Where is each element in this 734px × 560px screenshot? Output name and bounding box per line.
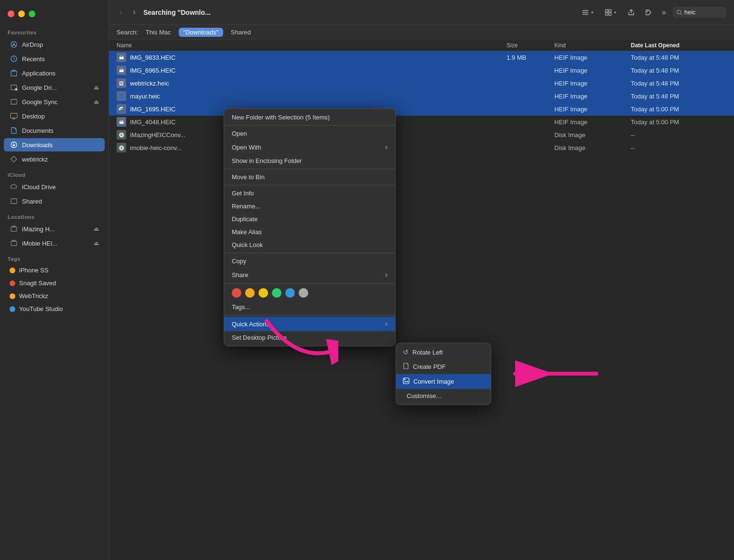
submenu-rotate-label: Rotate Left (412, 349, 443, 356)
svg-rect-13 (605, 13, 608, 15)
ctx-rename[interactable]: Rename... (224, 200, 395, 213)
icloud-label: iCloud (0, 166, 108, 180)
table-row[interactable]: 💿 imobie-heic-conv... Disk Image -- (109, 141, 734, 154)
sidebar-item-imazing[interactable]: iMazing H... ⏏ (4, 222, 105, 236)
imobie-eject-icon[interactable]: ⏏ (94, 240, 99, 247)
imobie-icon (10, 239, 18, 248)
ctx-duplicate[interactable]: Duplicate (224, 213, 395, 226)
google-drive-icon (10, 83, 18, 92)
file-date: Today at 5:48 PM (631, 80, 726, 87)
minimize-button[interactable] (18, 11, 25, 17)
col-name[interactable]: Name (117, 42, 507, 49)
google-drive-eject[interactable]: ⏏ (94, 84, 99, 91)
tag-color-yellow[interactable] (259, 288, 268, 298)
ctx-new-folder[interactable]: New Folder with Selection (5 Items) (224, 111, 395, 124)
table-row[interactable]: 🏔 IMG_9833.HEIC 1.9 MB HEIF Image Today … (109, 51, 734, 64)
favourites-label: Favourites (0, 24, 108, 37)
context-menu: New Folder with Selection (5 Items) Open… (224, 108, 396, 346)
tag-color-blue[interactable] (285, 288, 295, 298)
ctx-share[interactable]: Share (224, 268, 395, 282)
sidebar-tag-iphone-ss[interactable]: iPhone SS (4, 264, 105, 276)
table-row[interactable]: 👤 mayur.heic HEIF Image Today at 5:48 PM (109, 90, 734, 103)
ctx-copy[interactable]: Copy (224, 255, 395, 268)
close-button[interactable] (8, 11, 14, 17)
file-thumbnail: 💿 (117, 143, 126, 152)
list-view-button[interactable] (579, 7, 598, 18)
file-thumbnail: 🖼 (117, 78, 126, 88)
scope-shared[interactable]: Shared (227, 28, 255, 37)
sidebar-item-airdrop[interactable]: AirDrop (4, 38, 105, 51)
back-button[interactable]: ‹ (117, 5, 125, 19)
tag-dot-snagit (10, 280, 15, 286)
google-sync-eject[interactable]: ⏏ (94, 98, 99, 105)
ctx-quick-look[interactable]: Quick Look (224, 238, 395, 251)
fullscreen-button[interactable] (29, 11, 35, 17)
sidebar-item-shared[interactable]: Shared (4, 194, 105, 208)
tags-label: Tags (0, 250, 108, 264)
sidebar-item-downloads[interactable]: Downloads (4, 138, 105, 151)
table-row[interactable]: 🖼 webtrickz.heic HEIF Image Today at 5:4… (109, 77, 734, 90)
sidebar-item-applications[interactable]: Applications (4, 66, 105, 80)
submenu-create-pdf[interactable]: Create PDF (396, 359, 491, 374)
col-date[interactable]: Date Last Opened (631, 42, 726, 49)
ctx-quick-actions[interactable]: Quick Actions (224, 317, 395, 331)
sidebar-item-google-sync[interactable]: Google Sync ⏏ (4, 95, 105, 108)
locations-label: Locations (0, 208, 108, 222)
ctx-show-enclosing[interactable]: Show in Enclosing Folder (224, 154, 395, 167)
ctx-tags[interactable]: Tags... (224, 301, 395, 313)
imazing-eject-icon[interactable]: ⏏ (94, 226, 99, 232)
search-input[interactable] (684, 9, 723, 16)
tag-color-green[interactable] (272, 288, 281, 298)
scope-downloads[interactable]: "Downloads" (179, 28, 224, 37)
sidebar-item-downloads-label: Downloads (22, 141, 53, 149)
file-name: IMG_9833.HEIC (130, 54, 175, 61)
table-row[interactable]: 🏔 IMG_6965.HEIC HEIF Image Today at 5:48… (109, 64, 734, 77)
sidebar-item-shared-label: Shared (22, 198, 42, 205)
submenu-rotate-left[interactable]: ↺ Rotate Left (396, 345, 491, 359)
col-size[interactable]: Size (507, 42, 554, 49)
sidebar-item-webtrickz[interactable]: webtrickz (4, 152, 105, 166)
table-row[interactable]: 💿 iMazingHEICConv... Disk Image -- (109, 129, 734, 141)
col-kind[interactable]: Kind (554, 42, 631, 49)
tag-color-gray[interactable] (299, 288, 308, 298)
search-scope-bar: Search: This Mac "Downloads" Shared (109, 25, 734, 40)
share-button[interactable] (625, 7, 638, 18)
file-kind: Disk Image (554, 144, 631, 151)
file-kind: HEIF Image (554, 118, 631, 126)
table-row[interactable]: 🏔 IMG_4048.HEIC HEIF Image Today at 5:00… (109, 116, 734, 129)
sidebar-tag-webtrickz[interactable]: WebTrickz (4, 290, 105, 302)
scope-this-mac[interactable]: This Mac (142, 28, 175, 37)
file-kind: HEIF Image (554, 106, 631, 113)
ctx-move-to-bin[interactable]: Move to Bin (224, 171, 395, 183)
sidebar-item-imobie[interactable]: iMobie HEI... ⏏ (4, 237, 105, 250)
sidebar-item-google-sync-label: Google Sync (22, 98, 57, 106)
ctx-separator-5 (224, 283, 395, 284)
sidebar-item-recents[interactable]: Recents (4, 52, 105, 65)
ctx-make-alias[interactable]: Make Alias (224, 226, 395, 238)
sidebar-item-desktop[interactable]: Desktop (4, 109, 105, 123)
ctx-open[interactable]: Open (224, 127, 395, 140)
ctx-separator-6 (224, 315, 395, 315)
submenu-customise[interactable]: Customise... (396, 389, 491, 403)
search-box[interactable] (673, 7, 726, 18)
tag-color-orange[interactable] (245, 288, 255, 298)
sidebar-item-google-drive[interactable]: Google Dri... ⏏ (4, 81, 105, 94)
ctx-get-info[interactable]: Get Info (224, 187, 395, 200)
table-row[interactable]: 🌊 IMG_1695.HEIC HEIF Image Today at 5:00… (109, 103, 734, 116)
file-name: imobie-heic-conv... (130, 144, 182, 151)
submenu-convert-image[interactable]: Convert Image (396, 374, 491, 389)
file-kind: HEIF Image (554, 93, 631, 100)
webtrickz-icon (10, 155, 18, 163)
ctx-open-with[interactable]: Open With (224, 140, 395, 154)
forward-button[interactable]: › (130, 5, 139, 19)
sidebar-item-documents[interactable]: Documents (4, 124, 105, 137)
sidebar-tag-youtube[interactable]: YouTube Studio (4, 303, 105, 315)
sidebar-item-icloud-drive[interactable]: iCloud Drive (4, 180, 105, 194)
more-button[interactable]: » (659, 6, 669, 19)
sidebar-item-desktop-label: Desktop (22, 113, 45, 120)
tag-color-red[interactable] (232, 288, 241, 298)
grid-view-button[interactable] (602, 7, 621, 18)
sidebar-tag-snagit[interactable]: Snagit Saved (4, 277, 105, 289)
ctx-set-desktop[interactable]: Set Desktop Picture (224, 331, 395, 344)
tag-button[interactable] (642, 7, 655, 18)
